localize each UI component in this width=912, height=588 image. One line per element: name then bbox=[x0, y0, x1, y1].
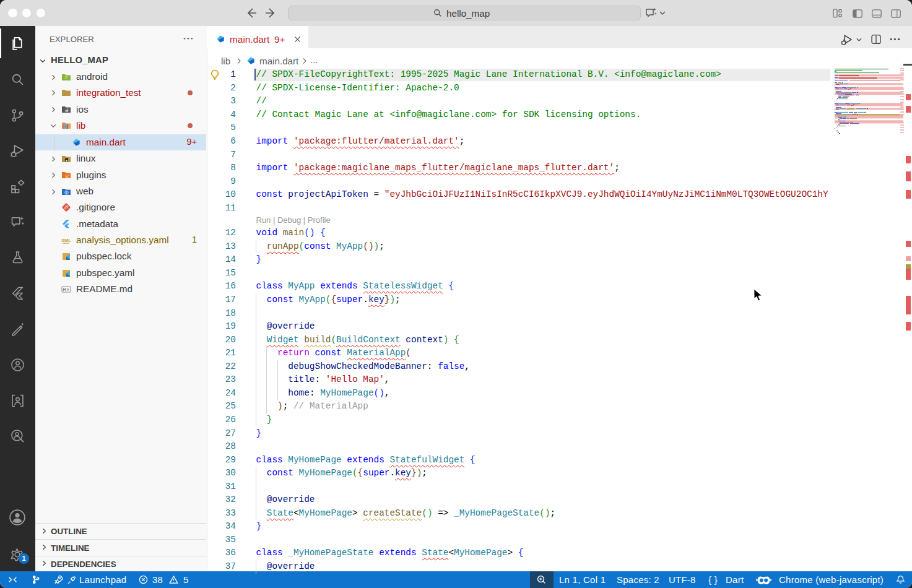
svg-text:XML: XML bbox=[61, 238, 71, 243]
